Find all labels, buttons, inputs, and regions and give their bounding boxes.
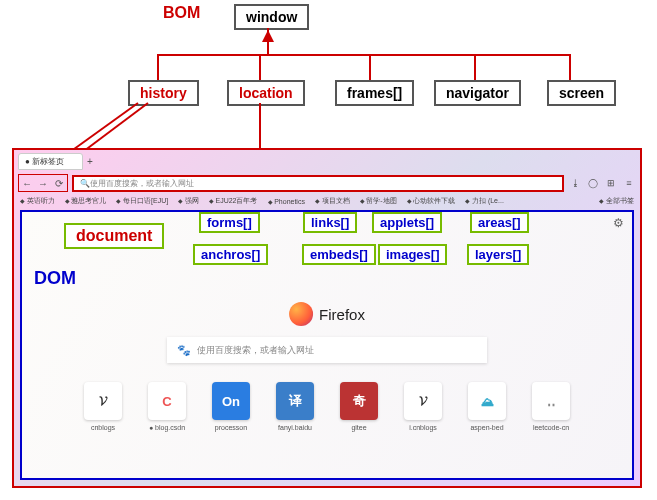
layers-box: layers[] [467, 244, 529, 265]
browser-window: ● 新标签页 + ← → ⟳ 🔍 使用百度搜索，或者输入网址 ⭳ ◯ ⊞ ≡ 英… [12, 148, 642, 488]
firefox-logo: Firefox [289, 302, 365, 326]
forms-box: forms[] [199, 212, 260, 233]
reload-button[interactable]: ⟳ [52, 176, 66, 190]
extensions-icon[interactable]: ⊞ [604, 176, 618, 190]
anchros-box: anchros[] [193, 244, 268, 265]
back-button[interactable]: ← [20, 176, 34, 190]
tile-icon: C [148, 382, 186, 420]
address-placeholder: 使用百度搜索，或者输入网址 [90, 178, 194, 189]
areas-box: areas[] [470, 212, 529, 233]
frames-box: frames[] [335, 80, 414, 106]
tile-label: cnblogs [81, 424, 125, 431]
tile-icon: ⛰ [468, 382, 506, 420]
window-box: window [234, 4, 309, 30]
navigator-box: navigator [434, 80, 521, 106]
page-search-placeholder: 使用百度搜索，或者输入网址 [197, 344, 314, 357]
address-row: ← → ⟳ 🔍 使用百度搜索，或者输入网址 ⭳ ◯ ⊞ ≡ [14, 172, 640, 194]
bookmark-item[interactable]: 雅思考官儿 [65, 196, 107, 206]
bookmark-item[interactable]: 每日口语[EJU] [116, 196, 168, 206]
bookmark-item[interactable]: 心动软件下载 [407, 196, 456, 206]
firefox-icon [289, 302, 313, 326]
tile-label: i.cnblogs [401, 424, 445, 431]
document-box: document [64, 223, 164, 249]
account-icon[interactable]: ◯ [586, 176, 600, 190]
bookmark-item[interactable]: 英语听力 [20, 196, 55, 206]
bookmark-item[interactable]: Phonetics [268, 198, 305, 205]
tile-label: fanyi.baidu [273, 424, 317, 431]
shortcut-tile[interactable]: 译fanyi.baidu [273, 382, 317, 431]
shortcut-tile[interactable]: 奇gitee [337, 382, 381, 431]
page-search-box[interactable]: 🐾 使用百度搜索，或者输入网址 [167, 337, 487, 363]
tile-label: ● blog.csdn [145, 424, 189, 431]
search-icon: 🔍 [80, 179, 90, 188]
new-tab-button[interactable]: + [87, 156, 93, 167]
tile-label: leetcode-cn [529, 424, 573, 431]
shortcut-tile[interactable]: ‥leetcode-cn [529, 382, 573, 431]
bom-label: BOM [163, 4, 200, 22]
bookmark-item[interactable]: 全部书签 [599, 196, 634, 206]
menu-icon[interactable]: ≡ [622, 176, 636, 190]
forward-button[interactable]: → [36, 176, 50, 190]
downloads-icon[interactable]: ⭳ [568, 176, 582, 190]
history-box: history [128, 80, 199, 106]
shortcut-tiles: 𝓥cnblogsC● blog.csdnOnprocesson译fanyi.ba… [81, 382, 573, 431]
tile-icon: 奇 [340, 382, 378, 420]
page-settings-icon[interactable]: ⚙ [613, 216, 624, 230]
bookmark-item[interactable]: EJU22百年考 [209, 196, 258, 206]
tile-icon: ‥ [532, 382, 570, 420]
nav-buttons-group: ← → ⟳ [18, 174, 68, 192]
shortcut-tile[interactable]: C● blog.csdn [145, 382, 189, 431]
screen-box: screen [547, 80, 616, 106]
address-bar[interactable]: 🔍 使用百度搜索，或者输入网址 [72, 175, 564, 192]
shortcut-tile[interactable]: ⛰aspen-bed [465, 382, 509, 431]
applets-box: applets[] [372, 212, 442, 233]
links-box: links[] [303, 212, 357, 233]
browser-tab[interactable]: ● 新标签页 [18, 153, 83, 170]
tile-label: processon [209, 424, 253, 431]
bookmarks-bar: 英语听力 雅思考官儿 每日口语[EJU] 强网 EJU22百年考 Phoneti… [14, 194, 640, 208]
tile-icon: 𝓥 [84, 382, 122, 420]
tab-bar: ● 新标签页 + [14, 150, 640, 172]
bookmark-item[interactable]: 强网 [178, 196, 199, 206]
tile-icon: 𝓥 [404, 382, 442, 420]
tile-icon: 译 [276, 382, 314, 420]
shortcut-tile[interactable]: Onprocesson [209, 382, 253, 431]
tile-icon: On [212, 382, 250, 420]
bookmark-item[interactable]: 力扣 (Le... [465, 196, 504, 206]
embeds-box: embeds[] [302, 244, 376, 265]
bookmark-item[interactable]: 留学-地图 [360, 196, 397, 206]
shortcut-tile[interactable]: 𝓥i.cnblogs [401, 382, 445, 431]
tile-label: aspen-bed [465, 424, 509, 431]
dom-label: DOM [34, 268, 76, 289]
tile-label: gitee [337, 424, 381, 431]
bookmark-item[interactable]: 项目文档 [315, 196, 350, 206]
location-box: location [227, 80, 305, 106]
images-box: images[] [378, 244, 447, 265]
paw-icon: 🐾 [177, 344, 191, 357]
firefox-name: Firefox [319, 306, 365, 323]
shortcut-tile[interactable]: 𝓥cnblogs [81, 382, 125, 431]
